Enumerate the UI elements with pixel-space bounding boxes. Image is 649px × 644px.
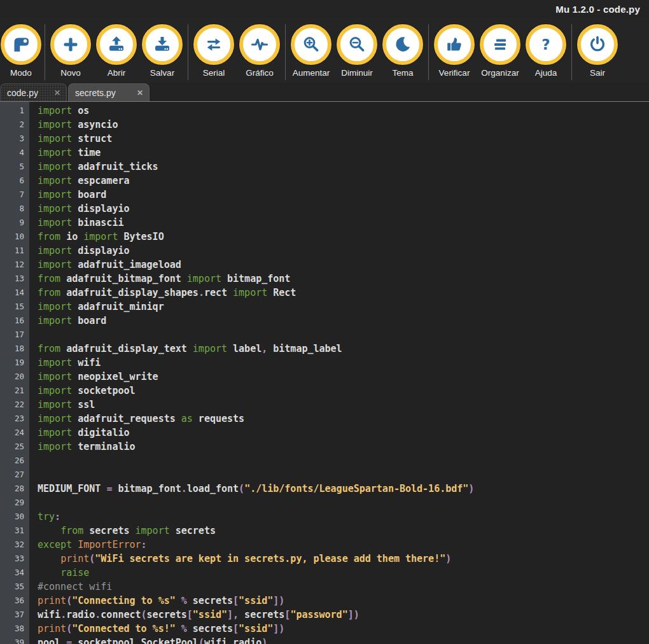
- line-number: 3: [0, 132, 29, 146]
- code-line[interactable]: import os: [38, 104, 649, 118]
- line-number: 18: [0, 342, 29, 356]
- line-number: 14: [0, 286, 29, 300]
- line-number: 30: [0, 510, 29, 524]
- tab-code-py[interactable]: code.py✕: [0, 83, 67, 101]
- line-number: 35: [0, 580, 29, 594]
- code-line[interactable]: pool = socketpool.SocketPool(wifi.radio): [38, 636, 649, 644]
- code-line[interactable]: import time: [38, 146, 649, 160]
- code-line[interactable]: import terminalio: [38, 440, 649, 454]
- code-line[interactable]: import adafruit_requests as requests: [38, 412, 649, 426]
- line-number: 16: [0, 314, 29, 328]
- code-line[interactable]: raise: [38, 566, 649, 580]
- code-line[interactable]: from secrets import secrets: [38, 524, 649, 538]
- code-line[interactable]: from io import BytesIO: [38, 230, 649, 244]
- code-line[interactable]: try:: [38, 510, 649, 524]
- line-number: 21: [0, 384, 29, 398]
- line-number: 33: [0, 552, 29, 566]
- toolbar-button-abrir[interactable]: Abrir: [94, 24, 139, 78]
- code-line[interactable]: import neopixel_write: [38, 370, 649, 384]
- code-line[interactable]: import board: [38, 314, 649, 328]
- toolbar-separator: [571, 24, 572, 80]
- line-numbers-gutter: 1234567891011121314151617181920212223242…: [0, 102, 29, 644]
- line-number: 34: [0, 566, 29, 580]
- line-number: 5: [0, 160, 29, 174]
- code-line[interactable]: wifi.radio.connect(secrets["ssid"], secr…: [38, 608, 649, 622]
- code-line[interactable]: [38, 454, 649, 468]
- toolbar-button-label: Serial: [203, 68, 225, 78]
- code-line[interactable]: import struct: [38, 132, 649, 146]
- code-line[interactable]: print("Connecting to %s" % secrets["ssid…: [38, 594, 649, 608]
- code-line[interactable]: [38, 468, 649, 482]
- mu-mode-icon: [1, 24, 41, 65]
- line-number: 17: [0, 328, 29, 342]
- line-number: 7: [0, 188, 29, 202]
- code-editor[interactable]: import osimport asyncioimport structimpo…: [29, 102, 649, 644]
- code-line[interactable]: except ImportError:: [38, 538, 649, 552]
- toolbar-button-serial[interactable]: Serial: [191, 24, 237, 78]
- toolbar-button-ajuda[interactable]: ?Ajuda: [523, 24, 569, 78]
- toolbar-button-tema[interactable]: Tema: [380, 24, 426, 78]
- line-number: 28: [0, 482, 29, 496]
- code-line[interactable]: from adafruit_bitmap_font import bitmap_…: [38, 272, 649, 286]
- toolbar-button-label: Salvar: [150, 68, 174, 78]
- toolbar-button-grafico[interactable]: Gráfico: [237, 24, 283, 78]
- code-line[interactable]: import asyncio: [38, 118, 649, 132]
- code-line[interactable]: [38, 496, 649, 510]
- mu-editor-window: Mu 1.2.0 - code.py ModoNovoAbrirSalvarSe…: [0, 0, 649, 644]
- toolbar-button-salvar[interactable]: Salvar: [139, 24, 185, 78]
- tidy-lines-icon: [480, 24, 520, 65]
- toolbar-button-modo[interactable]: Modo: [0, 24, 42, 78]
- code-line[interactable]: import binascii: [38, 216, 649, 230]
- line-number: 13: [0, 272, 29, 286]
- line-number: 39: [0, 636, 29, 644]
- close-icon[interactable]: ✕: [48, 89, 60, 97]
- toolbar-separator: [45, 24, 45, 80]
- toolbar-button-novo[interactable]: Novo: [48, 24, 94, 78]
- line-number: 27: [0, 468, 29, 482]
- tab-secrets-py[interactable]: secrets.py✕: [68, 83, 150, 101]
- code-line[interactable]: import adafruit_miniqr: [38, 300, 649, 314]
- close-icon[interactable]: ✕: [130, 89, 143, 97]
- line-number: 36: [0, 594, 29, 608]
- line-number: 29: [0, 496, 29, 510]
- line-number: 12: [0, 258, 29, 272]
- code-line[interactable]: #connect wifi: [38, 580, 649, 594]
- code-line[interactable]: print("WiFi secrets are kept in secrets.…: [38, 552, 649, 566]
- line-number: 10: [0, 230, 29, 244]
- code-line[interactable]: import adafruit_imageload: [38, 258, 649, 272]
- line-number: 6: [0, 174, 29, 188]
- quit-power-icon: [577, 24, 618, 65]
- code-line[interactable]: import adafruit_ticks: [38, 160, 649, 174]
- toolbar-button-label: Novo: [60, 68, 81, 78]
- code-line[interactable]: import digitalio: [38, 426, 649, 440]
- editor-pane[interactable]: 1234567891011121314151617181920212223242…: [0, 102, 649, 644]
- line-number: 20: [0, 370, 29, 384]
- toolbar-button-aumentar[interactable]: Aumentar: [288, 24, 334, 78]
- line-number: 32: [0, 538, 29, 552]
- code-line[interactable]: import board: [38, 188, 649, 202]
- code-line[interactable]: from adafruit_display_text import label,…: [38, 342, 649, 356]
- toolbar-button-sair[interactable]: Sair: [575, 24, 620, 78]
- code-line[interactable]: MEDIUM_FONT = bitmap_font.load_font("./l…: [38, 482, 649, 496]
- toolbar-button-label: Tema: [392, 68, 413, 78]
- code-line[interactable]: import wifi: [38, 356, 649, 370]
- line-number: 8: [0, 202, 29, 216]
- line-number: 23: [0, 412, 29, 426]
- code-line[interactable]: import displayio: [38, 202, 649, 216]
- code-line[interactable]: import socketpool: [38, 384, 649, 398]
- code-line[interactable]: import displayio: [38, 244, 649, 258]
- code-line[interactable]: import ssl: [38, 398, 649, 412]
- toolbar-button-verificar[interactable]: Verificar: [431, 24, 477, 78]
- line-number: 1: [0, 104, 29, 118]
- line-number: 37: [0, 608, 29, 622]
- code-line[interactable]: print("Connected to %s!" % secrets["ssid…: [38, 622, 649, 636]
- toolbar-button-diminuir[interactable]: Diminuir: [334, 24, 380, 78]
- svg-text:?: ?: [541, 36, 550, 53]
- toolbar-button-organizar[interactable]: Organizar: [477, 24, 523, 78]
- code-line[interactable]: import espcamera: [38, 174, 649, 188]
- new-plus-icon: [50, 24, 91, 65]
- line-number: 15: [0, 300, 29, 314]
- code-line[interactable]: from adafruit_display_shapes.rect import…: [38, 286, 649, 300]
- line-number: 19: [0, 356, 29, 370]
- code-line[interactable]: [38, 328, 649, 342]
